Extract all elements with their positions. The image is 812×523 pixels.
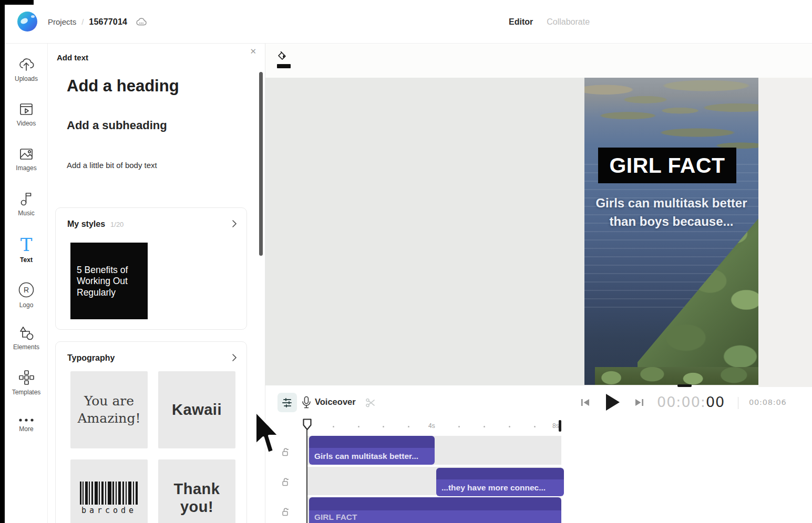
project-id[interactable]: 15677014 <box>89 17 127 27</box>
breadcrumb-separator: / <box>81 17 84 26</box>
split-scissors-icon[interactable] <box>365 398 376 410</box>
add-text-panel: ✕ Add text Add a heading Add a subheadin… <box>48 44 265 523</box>
mode-tabs: Editor Collaborate <box>509 0 590 44</box>
panel-title: Add text <box>57 53 88 62</box>
ruler-label-8s: 8s <box>552 422 559 430</box>
my-styles-count: 1/20 <box>110 221 124 228</box>
breadcrumb-projects-link[interactable]: Projects <box>48 17 76 26</box>
timeline-end-handle[interactable] <box>559 420 561 432</box>
voiceover-track-label[interactable]: Voiceover <box>315 397 356 407</box>
sidebar-item-more[interactable]: More <box>5 417 48 433</box>
unlock-icon[interactable] <box>282 507 290 518</box>
sidebar-item-videos[interactable]: Videos <box>5 101 48 127</box>
paint-bucket-icon <box>277 51 290 61</box>
typography-tile-barcode[interactable]: barcode <box>70 459 148 523</box>
current-timecode: 00:00:00 <box>657 394 725 410</box>
template-grid-icon <box>18 369 34 386</box>
more-dots-icon <box>17 417 35 423</box>
unlock-icon[interactable] <box>282 477 290 488</box>
saved-style-preview-text: 5 Benefits of Working Out Regularly <box>77 265 142 298</box>
unlock-icon[interactable] <box>282 447 290 458</box>
chevron-right-icon[interactable] <box>232 219 237 230</box>
current-color-swatch <box>277 64 291 68</box>
microphone-icon <box>302 396 311 412</box>
sidebar-item-uploads[interactable]: Uploads <box>5 57 48 82</box>
shapes-icon <box>18 325 35 341</box>
my-styles-title: My styles <box>67 219 105 229</box>
skip-to-end-button[interactable] <box>635 398 644 409</box>
typography-card: Typography You are Amazing! Kawaii <box>55 341 247 523</box>
registered-circle-icon: R <box>17 281 35 299</box>
overlay-title-text: GIRL FACT <box>609 153 725 178</box>
typography-tile-serif[interactable]: You are Amazing! <box>70 371 148 448</box>
top-bar: Projects / 15677014 Editor Collaborate <box>5 0 812 44</box>
typography-tile-kawaii[interactable]: Kawaii <box>158 371 235 448</box>
app-logo-icon[interactable] <box>17 12 37 32</box>
text-clip-girl-fact[interactable]: GIRL FACT <box>309 497 561 523</box>
canvas-toolbar <box>265 44 812 78</box>
add-body-text-button[interactable]: Add a little bit of body text <box>67 161 157 170</box>
text-serif-t-icon: T <box>20 234 33 255</box>
my-styles-card: My styles 1/20 5 Benefits of Working Out… <box>55 207 247 330</box>
sidebar-item-logo[interactable]: R Logo <box>5 281 48 309</box>
typography-title: Typography <box>67 353 115 363</box>
play-button[interactable] <box>604 393 620 413</box>
total-duration: 00:08:06 <box>749 398 787 406</box>
overlay-title-box[interactable]: GIRL FACT <box>598 148 736 183</box>
playhead-marker[interactable] <box>303 419 312 433</box>
sidebar-item-images[interactable]: Images <box>5 146 48 172</box>
upload-cloud-icon <box>18 57 35 72</box>
tab-editor[interactable]: Editor <box>509 17 533 27</box>
sidebar-item-text[interactable]: T Text <box>5 236 48 264</box>
subtitle-clip-1[interactable]: Girls can multitask better... <box>309 436 435 465</box>
breadcrumb: Projects / 15677014 <box>48 0 147 44</box>
sidebar-item-music[interactable]: Music <box>5 190 48 217</box>
tool-sidebar: Uploads Videos Images Music T Text <box>5 44 48 523</box>
playhead-line[interactable] <box>306 430 307 523</box>
screen-edge-artifact <box>0 0 34 5</box>
skip-to-start-button[interactable] <box>581 398 590 409</box>
screen-edge-artifact <box>0 0 5 523</box>
subtitle-clip-2[interactable]: ...they have more connec... <box>436 468 564 496</box>
track-manager-button[interactable] <box>277 393 297 412</box>
background-color-tool[interactable] <box>277 51 292 68</box>
image-icon <box>18 146 34 162</box>
timecode-divider <box>738 397 738 409</box>
svg-text:R: R <box>24 286 29 294</box>
saved-style-tile[interactable]: 5 Benefits of Working Out Regularly <box>70 243 148 319</box>
typography-tile-thankyou[interactable]: Thank you! <box>158 459 235 523</box>
add-subheading-button[interactable]: Add a subheading <box>67 119 167 132</box>
sidebar-item-elements[interactable]: Elements <box>5 325 48 351</box>
overlay-caption-text[interactable]: Girls can multitask better than boys bec… <box>593 194 750 231</box>
barcode-icon <box>80 482 139 505</box>
video-preview[interactable]: GIRL FACT Girls can multitask better tha… <box>584 78 758 385</box>
close-icon[interactable]: ✕ <box>248 45 259 58</box>
cloud-sync-icon <box>136 18 147 26</box>
panel-scrollbar[interactable] <box>259 72 263 256</box>
tab-collaborate[interactable]: Collaborate <box>547 17 590 27</box>
timeline: Voiceover 00:00:00 00:08:06 4s 8s <box>265 387 812 523</box>
sidebar-item-templates[interactable]: Templates <box>5 369 48 396</box>
add-heading-button[interactable]: Add a heading <box>67 77 179 96</box>
video-player-icon <box>18 101 34 117</box>
multitrack-icon <box>282 397 293 409</box>
workspace-right-gutter <box>758 78 812 388</box>
ruler-label-4s: 4s <box>428 422 435 430</box>
chevron-right-icon[interactable] <box>232 353 237 364</box>
music-note-icon <box>19 190 34 207</box>
app-window: Projects / 15677014 Editor Collaborate U… <box>0 0 812 523</box>
